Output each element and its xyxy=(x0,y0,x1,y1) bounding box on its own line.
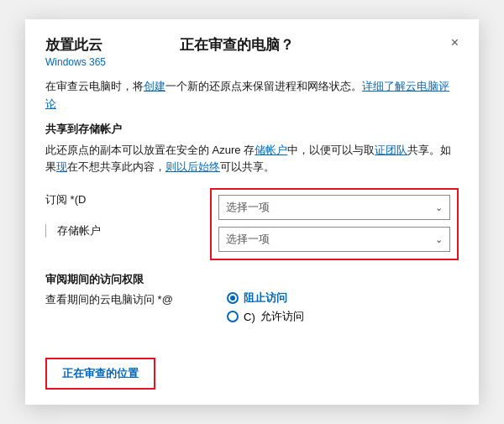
subscription-select-value: 选择一项 xyxy=(226,200,270,215)
radio-allow-prefix: C) xyxy=(244,311,255,323)
access-title: 审阅期间的访问权限 xyxy=(45,272,459,287)
dialog-header: 放置此云 Windows 365 正在审查的电脑？ × xyxy=(25,19,479,68)
storage-label: 存储帐户 xyxy=(45,219,197,242)
radio-group: 阻止访问 C) 允许访问 xyxy=(227,291,304,324)
radio-allow-label: 允许访问 xyxy=(260,309,304,324)
share-title: 共享到存储帐户 xyxy=(45,122,459,137)
header-right: 正在审查的电脑？ × xyxy=(180,36,459,55)
subscription-select[interactable]: 选择一项 ⌄ xyxy=(218,195,450,220)
radio-allow-access[interactable]: C) 允许访问 xyxy=(227,309,304,324)
share-desc-link-team[interactable]: 证团队 xyxy=(375,144,407,156)
radio-block-label: 阻止访问 xyxy=(244,291,287,306)
form-labels: 订阅 *(D 存储帐户 xyxy=(45,188,197,260)
dialog-footer: 正在审查的位置 xyxy=(25,349,479,405)
share-description: 此还原点的副本可以放置在安全的 Azure 存储帐户中，以便可以与取证团队共享。… xyxy=(45,142,459,177)
storage-select-arrow: ⌄ xyxy=(435,234,443,245)
submit-button[interactable]: 正在审查的位置 xyxy=(45,358,155,390)
dialog-left-title: 放置此云 xyxy=(45,36,180,55)
access-row: 查看期间的云电脑访问 *@ 阻止访问 C) 允许访问 xyxy=(45,291,459,324)
dialog-body: 在审查云电脑时，将创建一个新的还原点来保留进程和网络状态。详细了解云电脑评论 共… xyxy=(25,68,479,349)
form-selects: 选择一项 ⌄ 选择一项 ⌄ xyxy=(210,188,459,260)
close-button[interactable]: × xyxy=(444,36,459,50)
storage-select-value: 选择一项 xyxy=(226,232,270,247)
share-desc-link-now[interactable]: 现 xyxy=(56,160,67,173)
storage-select[interactable]: 选择一项 ⌄ xyxy=(218,227,450,252)
share-desc-after3: 可以共享。 xyxy=(220,160,275,173)
subscription-select-arrow: ⌄ xyxy=(435,202,443,213)
desc-link-create[interactable]: 创建 xyxy=(144,80,165,92)
dialog: 放置此云 Windows 365 正在审查的电脑？ × 在审查云电脑时，将创建一… xyxy=(25,19,479,405)
desc-before: 在审查云电脑时，将 xyxy=(45,80,144,92)
radio-circle-allow xyxy=(227,311,239,322)
share-desc-link-later[interactable]: 则以后始终 xyxy=(165,160,220,173)
radio-circle-block xyxy=(227,292,239,304)
share-desc-before: 此还原点的副本可以放置在安全的 Azure 存 xyxy=(45,144,255,156)
header-left: 放置此云 Windows 365 xyxy=(45,36,180,68)
description-text: 在审查云电脑时，将创建一个新的还原点来保留进程和网络状态。详细了解云电脑评论 xyxy=(45,78,459,113)
radio-block-access[interactable]: 阻止访问 xyxy=(227,291,304,306)
cloud-access-label: 查看期间的云电脑访问 *@ xyxy=(45,291,213,307)
share-desc-link-storage[interactable]: 储帐户 xyxy=(255,144,287,156)
dialog-right-title: 正在审查的电脑？ xyxy=(180,36,294,55)
subscription-label: 订阅 *(D xyxy=(45,188,197,211)
desc-middle: 一个新的还原点来保留进程和网络状态。 xyxy=(165,80,362,92)
share-desc-mid: 中，以便可以与取 xyxy=(287,144,375,156)
form-area: 订阅 *(D 存储帐户 选择一项 ⌄ 选择一项 ⌄ xyxy=(45,188,459,260)
dialog-left-subtitle: Windows 365 xyxy=(45,56,180,68)
share-desc-after2: 在不想共享此内容， xyxy=(67,160,165,173)
access-section: 审阅期间的访问权限 查看期间的云电脑访问 *@ 阻止访问 C) 允许访问 xyxy=(45,272,459,324)
